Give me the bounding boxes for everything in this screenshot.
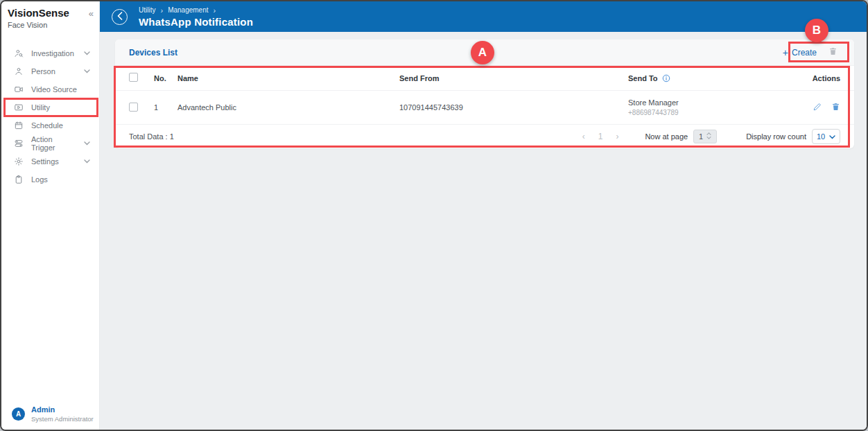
- row-checkbox[interactable]: [129, 103, 154, 113]
- sidebar: VisionSense « Face Vision Investigation …: [1, 1, 100, 430]
- breadcrumb-management[interactable]: Management: [168, 6, 208, 14]
- create-button-label: Create: [792, 48, 817, 58]
- sidebar-item-label: Settings: [31, 157, 59, 166]
- video-source-icon: [14, 85, 24, 94]
- sidebar-item-label: Person: [31, 67, 55, 76]
- user-name: Admin: [31, 405, 94, 414]
- page-header: Utility › Management › WhatsApp Notifica…: [100, 1, 867, 32]
- pager-next-button[interactable]: ›: [616, 132, 618, 141]
- send-to-phone: +886987443789: [628, 109, 785, 116]
- annotation-b: B: [805, 19, 828, 42]
- app-window: VisionSense « Face Vision Investigation …: [0, 0, 868, 431]
- info-icon[interactable]: [662, 74, 670, 82]
- content-area: Devices List + Create: [100, 32, 867, 430]
- chevron-down-icon: [84, 159, 90, 164]
- sidebar-item-label: Action Trigger: [31, 135, 76, 152]
- panel-title: Devices List: [129, 48, 177, 58]
- utility-icon: [14, 103, 24, 112]
- send-to-name: Store Manager: [628, 98, 785, 107]
- chevron-down-icon: [829, 132, 835, 141]
- plus-icon: +: [783, 48, 788, 58]
- sidebar-item-settings[interactable]: Settings: [1, 152, 99, 170]
- chevron-down-icon: [84, 141, 90, 146]
- avatar: A: [12, 407, 25, 421]
- footer-controls: ‹ 1 › Now at page 1 Display row count: [582, 129, 840, 144]
- brand-row: VisionSense «: [1, 1, 99, 19]
- sidebar-item-utility[interactable]: Utility: [1, 98, 99, 116]
- sidebar-item-logs[interactable]: Logs: [1, 170, 99, 188]
- sidebar-menu: Investigation Person Video Source: [1, 44, 99, 188]
- person-search-icon: [14, 49, 24, 58]
- cell-no: 1: [154, 103, 177, 112]
- edit-button[interactable]: [813, 102, 822, 113]
- back-chevron-icon: [117, 10, 123, 23]
- bulk-delete-button[interactable]: [828, 46, 837, 59]
- sidebar-item-person[interactable]: Person: [1, 62, 99, 80]
- sidebar-item-investigation[interactable]: Investigation: [1, 44, 99, 62]
- pager-prev-button[interactable]: ‹: [582, 132, 585, 141]
- user-role: System Administrator: [31, 415, 94, 423]
- panel-actions: + Create: [783, 46, 840, 59]
- chevron-down-icon: [84, 51, 90, 55]
- sidebar-collapse-icon[interactable]: «: [89, 9, 94, 18]
- cell-send-to: Store Manager +886987443789: [628, 98, 785, 116]
- action-trigger-icon: [14, 139, 24, 148]
- user-profile[interactable]: A Admin System Administrator: [1, 405, 99, 423]
- page-title: WhatsApp Notification: [139, 16, 253, 28]
- person-icon: [14, 67, 24, 76]
- checkbox-icon: [129, 73, 138, 82]
- total-data-label: Total Data : 1: [129, 132, 174, 141]
- row-count-value: 10: [817, 132, 825, 141]
- row-count-label: Display row count: [746, 132, 806, 141]
- col-name: Name: [177, 74, 399, 82]
- sidebar-item-label: Logs: [31, 175, 48, 184]
- checkbox-icon: [129, 103, 138, 112]
- breadcrumb-separator-icon: ›: [160, 6, 163, 15]
- brand-subtitle: Face Vision: [1, 19, 99, 29]
- row-count-select[interactable]: 10: [812, 129, 840, 144]
- trash-icon: [828, 46, 837, 59]
- annotation-a: A: [471, 41, 494, 64]
- table-header-row: No. Name Send From Send To Actions: [115, 66, 854, 90]
- pencil-icon: [813, 102, 822, 113]
- trash-icon: [831, 102, 840, 113]
- pager: ‹ 1 ›: [582, 132, 619, 141]
- col-send-to: Send To: [628, 74, 785, 82]
- sidebar-item-schedule[interactable]: Schedule: [1, 116, 99, 134]
- sidebar-item-video-source[interactable]: Video Source: [1, 80, 99, 98]
- main-area: Utility › Management › WhatsApp Notifica…: [100, 1, 867, 430]
- page-input-value: 1: [699, 132, 703, 141]
- sidebar-item-label: Schedule: [31, 121, 63, 130]
- table-row: 1 Advantech Public 107091445743639 Store…: [115, 90, 854, 125]
- now-at-page-label: Now at page: [645, 132, 688, 141]
- cell-actions: [785, 102, 840, 113]
- breadcrumb-separator-icon: ›: [214, 6, 216, 15]
- breadcrumb-utility[interactable]: Utility: [139, 6, 155, 14]
- chevron-down-icon: [84, 69, 90, 73]
- gear-icon: [14, 157, 24, 166]
- sidebar-item-label: Utility: [31, 103, 50, 112]
- now-at-page-input[interactable]: 1: [693, 130, 717, 143]
- sidebar-item-label: Video Source: [31, 85, 77, 94]
- brand-title: VisionSense: [8, 7, 69, 19]
- delete-button[interactable]: [831, 102, 840, 113]
- back-button[interactable]: [112, 9, 128, 25]
- col-actions: Actions: [785, 74, 840, 82]
- select-all-checkbox[interactable]: [129, 73, 154, 83]
- sidebar-item-label: Investigation: [31, 49, 74, 58]
- create-button[interactable]: + Create: [783, 48, 817, 58]
- user-text: Admin System Administrator: [31, 405, 94, 423]
- cell-send-from: 107091445743639: [399, 103, 628, 112]
- breadcrumb: Utility › Management ›: [139, 6, 253, 15]
- col-send-to-label: Send To: [628, 74, 658, 82]
- spinner-icon[interactable]: [706, 132, 711, 141]
- calendar-icon: [14, 121, 24, 130]
- table-footer: Total Data : 1 ‹ 1 › Now at page 1: [115, 125, 854, 148]
- sidebar-item-action-trigger[interactable]: Action Trigger: [1, 134, 99, 152]
- col-no: No.: [154, 74, 177, 82]
- pager-page-number[interactable]: 1: [598, 132, 603, 141]
- col-send-from: Send From: [399, 74, 628, 82]
- header-text: Utility › Management › WhatsApp Notifica…: [139, 6, 253, 28]
- logs-icon: [14, 175, 24, 184]
- cell-name: Advantech Public: [177, 103, 399, 112]
